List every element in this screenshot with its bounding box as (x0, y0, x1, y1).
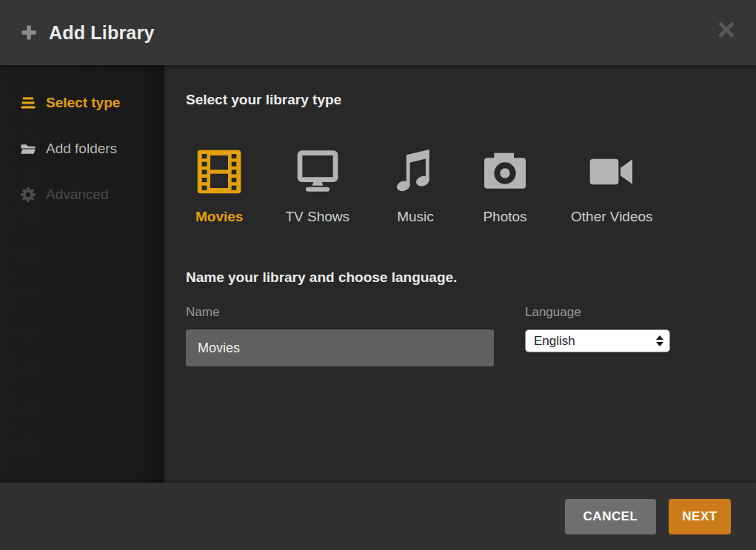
library-type-photos[interactable]: Photos (481, 148, 529, 225)
close-icon[interactable] (717, 21, 735, 38)
music-note-icon (392, 148, 439, 195)
folder-icon (20, 141, 36, 157)
dialog-title: Add Library (49, 22, 155, 44)
name-language-form: Name Language English (186, 305, 729, 366)
library-type-label: Movies (195, 209, 243, 225)
plus-icon (20, 24, 38, 41)
camera-icon (481, 148, 529, 195)
film-strip-icon (195, 148, 243, 195)
library-type-picker: Movies TV Shows (195, 148, 729, 225)
sidebar-item-add-folders[interactable]: Add folders (20, 135, 164, 163)
library-type-label: Photos (483, 209, 526, 225)
language-field-group: Language English (525, 305, 670, 352)
dialog-footer: CANCEL NEXT (0, 483, 756, 550)
type-section-title: Select your library type (186, 92, 729, 108)
sidebar-item-label: Select type (46, 95, 120, 111)
dialog-header: Add Library (0, 0, 756, 65)
type-list-icon (20, 95, 36, 111)
library-type-label: Music (397, 209, 434, 225)
gear-icon (20, 187, 36, 203)
library-type-music[interactable]: Music (392, 148, 439, 225)
library-type-other-videos[interactable]: Other Videos (571, 148, 653, 225)
library-type-label: Other Videos (571, 209, 653, 225)
next-button[interactable]: NEXT (669, 499, 731, 534)
sidebar-item-select-type[interactable]: Select type (20, 89, 164, 117)
sidebar-item-label: Add folders (46, 141, 117, 157)
name-section-title: Name your library and choose language. (186, 269, 729, 286)
select-stepper-icon (656, 335, 663, 346)
name-field-group: Name (186, 305, 494, 366)
video-camera-icon (588, 148, 635, 195)
sidebar-item-advanced: Advanced (20, 181, 164, 209)
language-field-label: Language (525, 305, 670, 320)
sidebar-item-label: Advanced (46, 187, 109, 203)
language-select[interactable]: English (525, 329, 670, 352)
language-select-value: English (534, 334, 575, 349)
cancel-button[interactable]: CANCEL (565, 499, 656, 534)
wizard-steps-sidebar: Select type Add folders (0, 65, 164, 483)
library-type-tv-shows[interactable]: TV Shows (285, 148, 349, 225)
library-type-label: TV Shows (285, 209, 349, 225)
name-field-label: Name (186, 305, 494, 320)
library-type-movies[interactable]: Movies (195, 148, 243, 225)
main-panel: Select your library type (164, 65, 756, 483)
tv-icon (294, 148, 341, 195)
add-library-dialog: Add Library Select type (0, 0, 756, 550)
library-name-input[interactable] (186, 329, 494, 366)
